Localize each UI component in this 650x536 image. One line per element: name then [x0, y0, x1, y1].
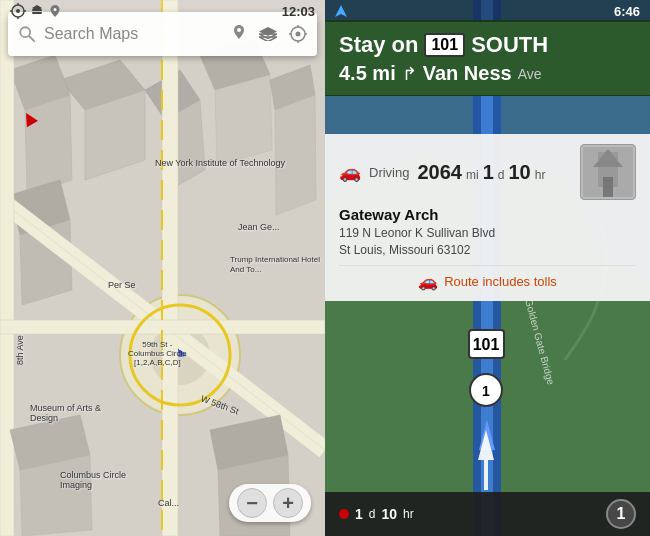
search-icon: [18, 25, 36, 43]
nav-bottom-bar: 1 d 10 hr 1: [325, 492, 650, 536]
destination-image: [583, 147, 633, 197]
total-miles: 2064: [417, 161, 462, 184]
map-label-cal: Cal...: [158, 498, 179, 508]
svg-point-40: [237, 28, 241, 32]
hours-unit: hr: [535, 168, 546, 182]
map-label-jean: Jean Ge...: [238, 222, 280, 232]
nav-instruction-header: Stay on 101 SOUTH 4.5 mi ↱ Van Ness Ave: [325, 20, 650, 96]
days-unit: d: [498, 168, 505, 182]
svg-text:1: 1: [482, 383, 490, 399]
right-status-time: 6:46: [614, 4, 640, 19]
distance-text: 4.5 mi: [339, 62, 396, 85]
driving-mode-label: Driving: [369, 165, 409, 180]
map-label-8thave: 8th Ave: [15, 335, 25, 365]
destination-address-line2: St Louis, Missouri 63102: [339, 242, 495, 259]
map-label-nyit: New York Institute of Technology: [155, 158, 285, 168]
zoom-controls: − +: [229, 484, 311, 522]
svg-rect-66: [603, 177, 613, 197]
destination-thumbnail: [580, 144, 636, 200]
right-status-icons: [335, 5, 347, 17]
svg-text:101: 101: [473, 336, 500, 353]
search-bar-action-icons: [231, 24, 307, 44]
eta-hours: 10: [381, 506, 397, 522]
location-pin-icon[interactable]: [48, 4, 62, 18]
zoom-out-button[interactable]: −: [237, 488, 267, 518]
destination-address-line1: 119 N Leonor K Sullivan Blvd: [339, 225, 495, 242]
map-label-museum: Museum of Arts & Design: [30, 403, 110, 423]
map-label-metro: 59th St -Columbus Circle[1,2,A,B,C,D]: [128, 340, 187, 367]
left-status-icons: [10, 3, 62, 19]
svg-marker-6: [215, 75, 272, 165]
map-pin-icon[interactable]: [231, 24, 247, 44]
eta-hours-unit: hr: [403, 507, 414, 521]
turn-icon: ↱: [402, 63, 417, 85]
instruction-prefix: Stay on: [339, 32, 418, 58]
svg-marker-12: [275, 95, 316, 215]
svg-rect-17: [162, 0, 178, 536]
svg-rect-20: [0, 0, 14, 536]
map-label-perse: Per Se: [108, 280, 136, 290]
highway-number-badge: 101: [424, 33, 465, 57]
svg-point-45: [296, 32, 301, 37]
direction-text: SOUTH: [471, 32, 548, 58]
right-nav-panel: 101 1 Golden Gate Bridge 6:46 Stay on 10…: [325, 0, 650, 536]
crosshair-icon: [10, 3, 26, 19]
layers-icon[interactable]: [30, 4, 44, 18]
nav-page-badge[interactable]: 1: [606, 499, 636, 529]
street-suffix: Ave: [518, 66, 542, 82]
svg-marker-62: [335, 5, 347, 17]
eta-days: 1: [355, 506, 363, 522]
map-label-columbus-imaging: Columbus Circle Imaging: [60, 470, 150, 490]
svg-rect-35: [32, 12, 42, 14]
trip-info-card: 🚗 Driving 2064 mi 1 d 10 hr: [325, 134, 650, 301]
left-map-panel: M: [0, 0, 325, 536]
search-placeholder: Search Maps: [44, 25, 223, 43]
svg-point-29: [16, 9, 20, 13]
zoom-in-button[interactable]: +: [273, 488, 303, 518]
layers-stack-icon[interactable]: [259, 27, 277, 41]
eta-info: 1 d 10 hr: [339, 506, 414, 522]
tolls-icon: 🚗: [418, 272, 438, 291]
map-label-trump: Trump International Hotel And To...: [230, 255, 320, 274]
left-status-time: 12:03: [282, 4, 315, 19]
trip-days: 1: [483, 161, 494, 184]
destination-name: Gateway Arch: [339, 206, 495, 223]
next-street-name: Van Ness: [423, 62, 512, 85]
status-bar-left: 12:03: [0, 0, 325, 22]
car-icon: 🚗: [339, 161, 361, 183]
red-dot-indicator: [339, 509, 349, 519]
svg-point-37: [54, 8, 57, 11]
nav-arrow-icon: [335, 5, 347, 17]
miles-unit: mi: [466, 168, 479, 182]
trip-hours: 10: [508, 161, 530, 184]
my-location-icon[interactable]: [289, 25, 307, 43]
status-bar-right: 6:46: [325, 0, 650, 22]
tolls-warning-row: 🚗 Route includes tolls: [339, 265, 636, 291]
eta-days-unit: d: [369, 507, 376, 521]
svg-line-39: [29, 36, 34, 41]
tolls-warning-text: Route includes tolls: [444, 274, 557, 289]
